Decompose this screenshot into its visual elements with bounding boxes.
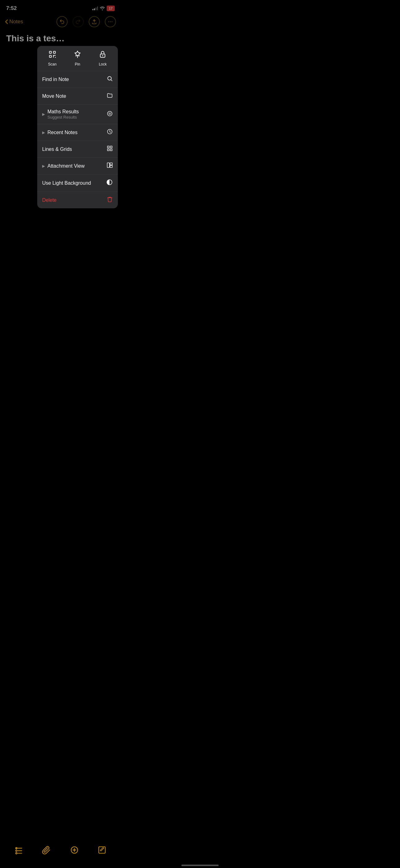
grid-icon [107, 145, 113, 153]
maths-results-chevron-icon: ▶ [42, 112, 45, 116]
trash-icon [107, 196, 113, 204]
search-icon [107, 75, 113, 83]
use-light-bg-item[interactable]: Use Light Background [37, 175, 118, 192]
attachment-view-left: ▶ Attachment View [42, 163, 85, 169]
maths-results-left: ▶ Maths Results Suggest Results [42, 109, 79, 120]
svg-rect-24 [110, 165, 112, 168]
scan-label: Scan [48, 62, 57, 66]
delete-label: Delete [42, 197, 57, 203]
svg-line-13 [111, 80, 112, 81]
maths-results-sublabel: Suggest Results [47, 115, 79, 120]
svg-rect-5 [49, 55, 52, 57]
maths-results-labels: Maths Results Suggest Results [47, 109, 79, 120]
pin-label: Pin [75, 62, 80, 66]
svg-rect-4 [53, 51, 56, 53]
svg-rect-3 [49, 51, 52, 53]
find-in-note-item[interactable]: Find in Note [37, 71, 118, 88]
clock-icon [107, 128, 113, 136]
pin-icon [73, 50, 81, 60]
find-in-note-label: Find in Note [42, 77, 69, 82]
attachment-view-item[interactable]: ▶ Attachment View [37, 158, 118, 175]
maths-results-label: Maths Results [47, 109, 79, 115]
lines-grids-label: Lines & Grids [42, 147, 72, 152]
lines-grids-item[interactable]: Lines & Grids [37, 141, 118, 158]
move-note-item[interactable]: Move Note [37, 88, 118, 104]
attachment-view-chevron-icon: ▶ [42, 164, 45, 168]
lock-button[interactable]: Lock [93, 50, 112, 66]
maths-results-item[interactable]: ▶ Maths Results Suggest Results [37, 104, 118, 124]
svg-point-11 [102, 55, 103, 56]
recent-notes-left: ▶ Recent Notes [42, 130, 77, 135]
svg-point-14 [108, 111, 112, 116]
svg-rect-18 [108, 146, 109, 148]
svg-rect-23 [110, 163, 112, 165]
svg-rect-22 [107, 163, 110, 168]
move-note-label: Move Note [42, 93, 66, 99]
scan-button[interactable]: Scan [43, 50, 62, 66]
svg-rect-20 [108, 149, 109, 151]
menu-top-row: Scan Pin Lock [37, 46, 118, 71]
lock-icon [99, 50, 107, 60]
scan-icon [48, 50, 57, 60]
lock-label: Lock [99, 62, 107, 66]
attachment-view-icon [107, 162, 113, 170]
folder-icon [107, 92, 113, 100]
svg-rect-19 [110, 146, 112, 148]
use-light-bg-label: Use Light Background [42, 180, 91, 186]
attachment-view-label: Attachment View [47, 163, 85, 169]
recent-notes-item[interactable]: ▶ Recent Notes [37, 124, 118, 141]
equal-circle-icon [107, 111, 113, 118]
delete-item[interactable]: Delete [37, 192, 118, 208]
recent-notes-chevron-icon: ▶ [42, 130, 45, 135]
pin-button[interactable]: Pin [68, 50, 87, 66]
dropdown-menu: Scan Pin Lock Find in Note [37, 46, 118, 208]
recent-notes-label: Recent Notes [47, 130, 77, 135]
half-circle-icon [106, 179, 113, 187]
svg-rect-21 [110, 149, 112, 151]
